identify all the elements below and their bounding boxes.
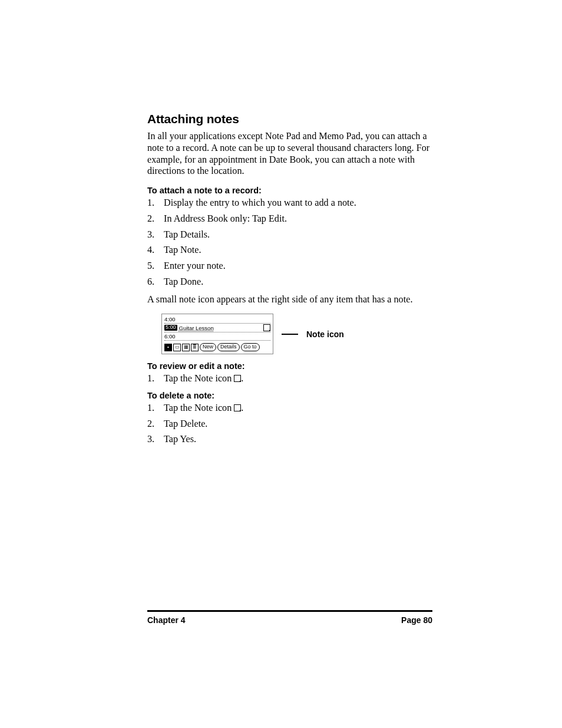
review-steps-list: Tap the Note icon . [147, 373, 432, 385]
section-heading: Attaching notes [147, 112, 432, 126]
goto-button: Go to [241, 343, 260, 351]
palm-screenshot: 4:00 5:00 Guitar Lesson 6:00 • ▭ ▦ ≣ New… [161, 314, 273, 354]
note-icon [234, 404, 241, 411]
schedule-row: 6:00 [164, 332, 270, 341]
time-label: 4:00 [164, 316, 176, 322]
details-button: Details [217, 343, 240, 351]
attach-steps-list: Display the entry to which you want to a… [147, 197, 432, 288]
step-item: Tap Done. [147, 276, 432, 288]
agenda-view-icon: ≣ [191, 344, 199, 351]
figure-note-icon: 4:00 5:00 Guitar Lesson 6:00 • ▭ ▦ ≣ New… [161, 314, 432, 354]
step-item: Tap the Note icon . [147, 403, 432, 414]
result-paragraph: A small note icon appears at the right s… [147, 294, 432, 306]
document-page: Attaching notes In all your applications… [0, 0, 562, 728]
event-text: Guitar Lesson [179, 325, 262, 331]
footer-rule [147, 610, 432, 612]
chapter-label: Chapter 4 [147, 615, 186, 625]
time-label: 6:00 [164, 333, 176, 340]
week-view-icon: ▭ [173, 344, 181, 351]
step-text: Tap the Note icon [164, 403, 234, 413]
toolbar: • ▭ ▦ ≣ New Details Go to [164, 343, 270, 351]
step-item: Tap Note. [147, 245, 432, 256]
callout-label: Note icon [306, 330, 344, 339]
callout-line [282, 334, 298, 335]
page-footer: Chapter 4 Page 80 [147, 610, 432, 625]
step-item: Display the entry to which you want to a… [147, 197, 432, 209]
new-button: New [200, 343, 216, 351]
page-number: Page 80 [401, 615, 432, 625]
delete-steps-list: Tap the Note icon . Tap Delete. Tap Yes. [147, 403, 432, 446]
step-item: In Address Book only: Tap Edit. [147, 213, 432, 225]
schedule-row: 5:00 Guitar Lesson [164, 324, 270, 332]
step-text: . [241, 403, 243, 413]
procedure-heading-review: To review or edit a note: [147, 361, 432, 371]
month-view-icon: ▦ [182, 344, 190, 351]
procedure-heading-delete: To delete a note: [147, 391, 432, 400]
note-icon [263, 324, 270, 331]
time-label-selected: 5:00 [164, 325, 177, 331]
procedure-heading-attach: To attach a note to a record: [147, 186, 432, 195]
step-item: Tap Details. [147, 229, 432, 241]
note-icon [234, 375, 241, 382]
step-text: Tap the Note icon [164, 373, 234, 384]
step-item: Tap Delete. [147, 419, 432, 430]
step-item: Enter your note. [147, 261, 432, 272]
step-item: Tap the Note icon . [147, 373, 432, 385]
intro-paragraph: In all your applications except Note Pad… [147, 131, 432, 177]
step-item: Tap Yes. [147, 434, 432, 446]
step-text: . [241, 373, 243, 384]
day-view-icon: • [164, 344, 172, 351]
schedule-row: 4:00 [164, 315, 270, 324]
